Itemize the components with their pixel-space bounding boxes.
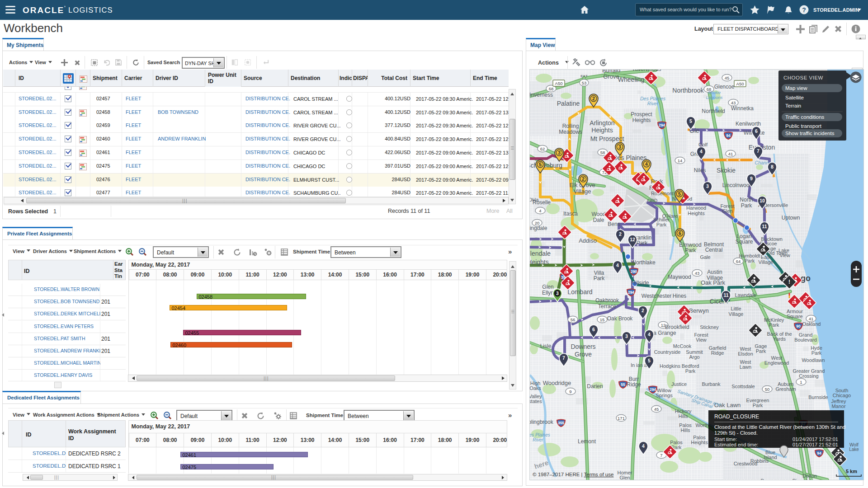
svg-text:90: 90 [796, 324, 801, 328]
svg-text:Boulevard: Boulevard [794, 337, 817, 343]
svg-text:41: 41 [728, 151, 733, 156]
svg-text:Heights: Heights [688, 211, 705, 216]
svg-text:Park: Park [685, 247, 697, 253]
svg-text:94: 94 [726, 133, 731, 138]
svg-text:Little: Little [731, 306, 741, 311]
svg-text:Heights: Heights [530, 258, 549, 266]
svg-text:Glendale: Glendale [530, 250, 551, 257]
svg-text:Robbins: Robbins [750, 458, 769, 464]
svg-text:Riverdale: Riverdale [793, 478, 813, 480]
svg-text:1: 1 [800, 380, 802, 385]
svg-text:3: 3 [618, 144, 621, 150]
svg-text:68: 68 [549, 86, 554, 91]
svg-text:Golf: Golf [698, 142, 708, 147]
svg-text:Wood: Wood [591, 211, 605, 217]
svg-text:Riverwoods: Riverwoods [633, 70, 661, 72]
svg-text:2: 2 [592, 96, 595, 101]
svg-text:Village: Village [729, 311, 744, 317]
svg-text:3: 3 [558, 150, 561, 155]
svg-text:11: 11 [762, 224, 767, 229]
svg-text:9: 9 [569, 389, 571, 394]
svg-text:River: River [533, 437, 543, 442]
svg-text:Village: Village [574, 188, 591, 195]
svg-text:5 km: 5 km [846, 469, 857, 474]
svg-text:Des Plaines: Des Plaines [530, 432, 550, 437]
svg-text:Worth: Worth [695, 422, 708, 428]
svg-text:Lisle: Lisle [540, 343, 552, 349]
svg-text:6: 6 [679, 230, 681, 236]
svg-text:Dale: Dale [593, 217, 604, 223]
svg-text:5: 5 [678, 191, 681, 197]
svg-text:50: 50 [765, 387, 770, 392]
svg-text:8: 8 [771, 164, 774, 169]
svg-text:Bucktown: Bucktown [761, 236, 783, 242]
svg-text:Lawndale: Lawndale [735, 292, 756, 298]
svg-text:Oakland: Oakland [802, 321, 821, 327]
svg-text:Harwood: Harwood [686, 205, 706, 211]
svg-text:5: 5 [539, 162, 542, 167]
svg-text:Darien: Darien [587, 383, 603, 389]
svg-text:Square: Square [736, 239, 753, 245]
svg-text:Park: Park [685, 368, 696, 374]
svg-text:Grove: Grove [575, 351, 592, 358]
svg-text:Park: Park [753, 403, 763, 408]
svg-text:Manor: Manor [831, 404, 846, 409]
svg-text:01/24/2017 17:52:01: 01/24/2017 17:52:01 [793, 436, 838, 442]
svg-text:Ellyn: Ellyn [542, 290, 554, 296]
svg-text:Burnside: Burnside [808, 394, 828, 400]
svg-text:Village: Village [759, 259, 774, 265]
svg-text:Downers: Downers [571, 343, 595, 350]
svg-text:View: View [696, 337, 707, 343]
svg-text:Des Plaines: Des Plaines [613, 154, 647, 161]
svg-text:7: 7 [660, 453, 662, 458]
svg-text:Schaumburg: Schaumburg [530, 162, 562, 169]
svg-text:01/27/2017 21:52:01: 01/27/2017 21:52:01 [793, 442, 838, 447]
svg-text:Traffic conditions: Traffic conditions [785, 114, 825, 120]
svg-text:Austin: Austin [707, 269, 722, 275]
svg-text:Show traffic incidents: Show traffic incidents [785, 131, 835, 136]
svg-text:Hills: Hills [681, 427, 690, 433]
svg-text:45: 45 [725, 75, 730, 80]
svg-text:53: 53 [582, 80, 587, 85]
svg-text:43: 43 [695, 271, 700, 276]
svg-text:Gale: Gale [700, 254, 710, 260]
svg-text:Old Town: Old Town [767, 250, 788, 256]
svg-text:4: 4 [700, 149, 703, 154]
svg-text:Ridge: Ridge [627, 381, 641, 388]
svg-text:Uptown: Uptown [782, 215, 800, 221]
svg-text:43: 43 [731, 100, 736, 105]
svg-text:Satellite: Satellite [785, 95, 804, 100]
svg-text:5: 5 [689, 118, 692, 124]
svg-text:14: 14 [678, 158, 683, 163]
svg-text:Palatine: Palatine [557, 100, 580, 107]
svg-text:Park: Park [745, 258, 755, 263]
svg-text:?: ? [802, 6, 806, 14]
svg-text:Countryside: Countryside [654, 349, 681, 355]
svg-text:58: 58 [600, 150, 605, 155]
svg-text:ROAD_CLOSURE: ROAD_CLOSURE [714, 413, 759, 420]
svg-text:Lake: Lake [849, 447, 859, 452]
svg-text:Springs: Springs [656, 393, 673, 398]
svg-text:Map view: Map view [785, 85, 807, 91]
svg-text:Posen: Posen [760, 478, 774, 480]
svg-text:Winnetka: Winnetka [731, 105, 754, 112]
svg-text:Gresham: Gresham [775, 386, 796, 392]
svg-text:CHOOSE VIEW: CHOOSE VIEW [783, 75, 823, 80]
svg-text:55: 55 [621, 382, 625, 387]
svg-text:Lombard: Lombard [567, 288, 592, 296]
svg-text:12: 12 [630, 237, 635, 242]
svg-text:EXT: EXT [580, 74, 588, 78]
svg-text:River: River [647, 101, 659, 106]
svg-text:Start time:: Start time: [714, 436, 737, 442]
svg-text:Maywood: Maywood [668, 274, 691, 280]
svg-text:Heights: Heights [691, 440, 708, 445]
svg-text:Lagoons: Lagoons [706, 95, 723, 100]
svg-text:45: 45 [654, 407, 659, 412]
svg-text:15: 15 [600, 317, 605, 322]
svg-text:Park: Park [741, 202, 753, 209]
svg-text:41: 41 [809, 316, 814, 321]
svg-text:Grove: Grove [603, 73, 619, 80]
svg-text:Central: Central [705, 247, 723, 253]
svg-text:294: 294 [659, 123, 665, 127]
svg-text:Woodlawn: Woodlawn [802, 357, 825, 363]
